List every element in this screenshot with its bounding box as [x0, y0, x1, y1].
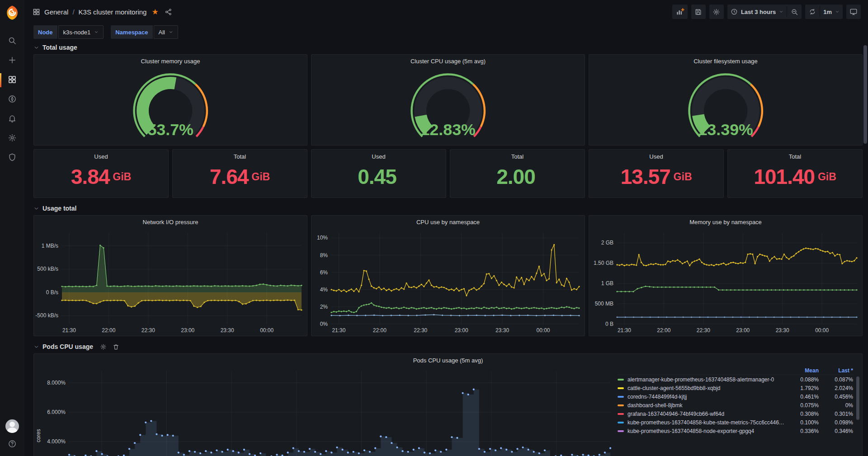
variable-node-label: Node: [33, 25, 57, 39]
series-mean-value: 0.461%: [784, 394, 819, 400]
panel-title[interactable]: Cluster CPU usage (5m avg): [311, 55, 585, 67]
add-panel-button[interactable]: [672, 5, 688, 19]
panel-title[interactable]: Cluster memory usage: [34, 55, 307, 67]
series-label[interactable]: cattle-cluster-agent-5655bd9bb8-xqbjd: [627, 385, 784, 391]
variable-namespace-select[interactable]: All: [154, 25, 178, 39]
refresh-interval-picker[interactable]: 1m: [820, 5, 843, 19]
sidebar-item-alerting[interactable]: [0, 109, 24, 129]
dashboard-title: K3S cluster monitoring: [79, 8, 147, 16]
series-mean-value: 0.075%: [784, 402, 819, 409]
variable-node-select[interactable]: k3s-node1: [58, 25, 104, 39]
svg-text:1.50 GB: 1.50 GB: [594, 260, 613, 266]
chevron-down-icon: [33, 45, 39, 51]
series-label[interactable]: coredns-7448499f4d-kjtjj: [627, 394, 784, 400]
variable-namespace-label: Namespace: [111, 25, 152, 39]
cpu-namespace-chart[interactable]: 21:3022:0022:3023:0023:3000:000%2%4%6%8%…: [311, 228, 585, 336]
sidebar-item-search[interactable]: [0, 32, 24, 51]
series-color-swatch: [618, 396, 624, 398]
row-delete-trash-icon[interactable]: [113, 343, 119, 350]
refresh-interval-label: 1m: [823, 9, 832, 15]
pods-legend-rows: alertmanager-kube-prometheus-1637404858-…: [618, 375, 853, 435]
legend-header: Mean Last *: [618, 367, 853, 375]
sidebar-item-server-admin[interactable]: [0, 148, 24, 168]
panel-title[interactable]: Pods CPU usage (5m avg): [34, 354, 862, 367]
svg-text:10%: 10%: [317, 235, 328, 241]
series-color-swatch: [618, 387, 624, 389]
variable-node: Node k3s-node1: [33, 25, 104, 39]
stat-filesystem-total: Total 101.40GiB: [727, 149, 863, 198]
panel-title[interactable]: Memory use by namespace: [589, 216, 862, 228]
dashboard-canvas: Total usage Cluster memory usage 53.7% C…: [24, 41, 868, 456]
svg-text:23:30: 23:30: [221, 327, 234, 334]
series-color-swatch: [618, 430, 624, 432]
plus-icon: [8, 56, 17, 66]
breadcrumb-folder[interactable]: General: [44, 8, 68, 16]
user-avatar[interactable]: [5, 419, 19, 433]
svg-text:22:00: 22:00: [657, 327, 670, 334]
panel-title[interactable]: Network I/O pressure: [34, 216, 307, 228]
svg-text:0 B/s: 0 B/s: [46, 289, 58, 296]
stat-value: 7.64: [210, 166, 249, 187]
variable-namespace: Namespace All: [111, 25, 178, 39]
breadcrumb: General / K3S cluster monitoring ★: [33, 7, 172, 17]
cycle-view-mode-button[interactable]: [846, 5, 861, 19]
series-label[interactable]: kube-prometheus-1637404858-node-exporter…: [627, 428, 784, 434]
svg-text:6.000%: 6.000%: [47, 409, 66, 415]
sidebar-item-create[interactable]: [0, 51, 24, 71]
share-icon[interactable]: [165, 8, 172, 16]
svg-text:00:00: 00:00: [260, 327, 274, 334]
legend-sort-mean[interactable]: Mean: [784, 367, 819, 374]
grafana-logo[interactable]: [3, 4, 21, 22]
series-label[interactable]: alertmanager-kube-prometheus-1637404858-…: [627, 376, 784, 383]
sidebar-item-dashboards[interactable]: [0, 71, 24, 90]
section-header-total-usage[interactable]: Total usage: [33, 41, 863, 54]
panel-memory-use-by-namespace: Memory use by namespace 21:3022:0022:302…: [589, 215, 863, 336]
save-dashboard-button[interactable]: [691, 5, 706, 19]
section-header-pods-cpu-usage[interactable]: Pods CPU usage: [33, 340, 863, 353]
dashboard-settings-button[interactable]: [709, 5, 724, 19]
dashboards-grid-icon: [8, 75, 17, 85]
gauge-row: Cluster memory usage 53.7% Cluster CPU u…: [33, 54, 863, 146]
series-label[interactable]: grafana-1637404946-74bf49cb66-wf64d: [627, 411, 784, 417]
stat-memory-total: Total 7.64GiB: [172, 149, 307, 198]
series-mean-value: 0.100%: [784, 419, 819, 426]
filesystem-gauge: 13.39%: [589, 67, 862, 145]
help-icon: [8, 439, 17, 450]
sidebar-item-explore[interactable]: [0, 90, 24, 109]
svg-text:2%: 2%: [320, 304, 328, 310]
refresh-button[interactable]: [805, 5, 820, 19]
svg-text:22:30: 22:30: [142, 327, 155, 334]
legend-scrollbar[interactable]: [856, 376, 859, 420]
section-header-usage-total[interactable]: Usage total: [33, 202, 863, 215]
panel-title[interactable]: Cluster filesystem usage: [589, 55, 862, 67]
sidebar-item-configuration[interactable]: [0, 129, 24, 148]
page-scrollbar[interactable]: [863, 45, 867, 144]
zoom-out-time-button[interactable]: [787, 5, 802, 19]
stat-value: 13.57: [620, 166, 670, 187]
network-io-chart[interactable]: 21:3022:0022:3023:0023:3000:001 MB/s500 …: [34, 228, 307, 336]
pods-cpu-chart[interactable]: 2.000%4.000%6.000%8.000%cores: [34, 367, 616, 456]
stat-value: 101.40: [754, 166, 815, 187]
series-mean-value: 0.088%: [784, 376, 819, 383]
stat-cpu-total: Total 2.00: [450, 149, 585, 198]
time-picker-group: Last 3 hours: [727, 5, 802, 19]
sidebar-item-help[interactable]: [5, 439, 19, 450]
legend-sort-last[interactable]: Last *: [819, 367, 853, 374]
series-label[interactable]: kube-prometheus-1637404858-kube-state-me…: [627, 419, 784, 426]
svg-text:0 B: 0 B: [605, 321, 613, 327]
dashboard-submenu: Node k3s-node1 Namespace All: [24, 24, 868, 41]
chevron-down-icon: [33, 206, 39, 212]
main-area: General / K3S cluster monitoring ★: [24, 0, 868, 456]
panel-title[interactable]: CPU use by namespace: [311, 216, 585, 228]
svg-text:500 MB: 500 MB: [595, 301, 613, 307]
favorite-star-icon[interactable]: ★: [151, 7, 158, 17]
shield-icon: [8, 153, 17, 163]
svg-text:23:30: 23:30: [776, 327, 789, 334]
row-settings-gear-icon[interactable]: [100, 343, 107, 350]
series-color-swatch: [618, 379, 624, 381]
series-label[interactable]: dashboard-shell-8jbmk: [627, 402, 784, 409]
legend-row: alertmanager-kube-prometheus-1637404858-…: [618, 375, 853, 384]
time-range-picker[interactable]: Last 3 hours: [727, 5, 787, 19]
memory-namespace-chart[interactable]: 21:3022:0022:3023:0023:3000:000 B500 MB1…: [589, 228, 862, 336]
svg-text:6%: 6%: [320, 269, 328, 276]
